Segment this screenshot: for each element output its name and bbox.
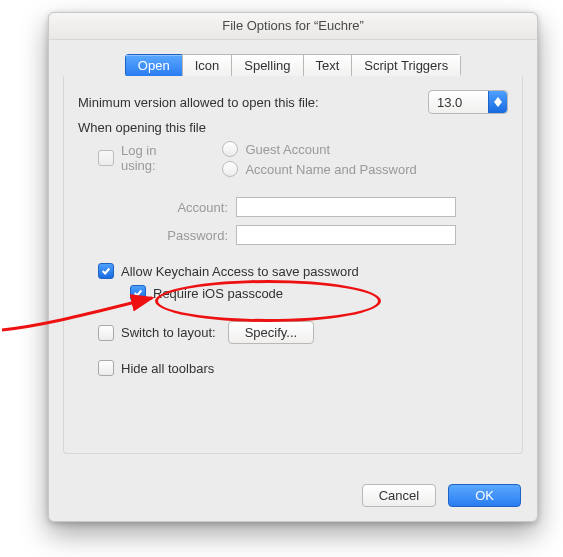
require-ios-passcode-label: Require iOS passcode [153, 286, 283, 301]
tab-text[interactable]: Text [303, 54, 352, 77]
ok-button[interactable]: OK [448, 484, 521, 507]
tab-script-triggers[interactable]: Script Triggers [351, 54, 461, 77]
login-using-checkbox[interactable]: Log in using: [98, 143, 188, 173]
account-field[interactable] [236, 197, 456, 217]
when-opening-label: When opening this file [78, 120, 206, 135]
window-title: File Options for “Euchre” [49, 13, 537, 40]
password-label: Password: [78, 228, 228, 243]
allow-keychain-label: Allow Keychain Access to save password [121, 264, 359, 279]
password-field[interactable] [236, 225, 456, 245]
radio-guest-account: Guest Account [222, 141, 330, 157]
allow-keychain-checkbox[interactable]: Allow Keychain Access to save password [98, 263, 359, 279]
switch-to-layout-label: Switch to layout: [121, 325, 216, 340]
file-options-window: File Options for “Euchre” Open Icon Spel… [48, 12, 538, 522]
tab-icon[interactable]: Icon [182, 54, 232, 77]
tab-open[interactable]: Open [125, 54, 182, 77]
radio-guest-label: Guest Account [245, 142, 330, 157]
svg-marker-1 [494, 102, 502, 107]
cancel-button[interactable]: Cancel [362, 484, 436, 507]
switch-to-layout-checkbox[interactable]: Switch to layout: [98, 325, 216, 341]
tab-spelling[interactable]: Spelling [231, 54, 302, 77]
specify-button[interactable]: Specify... [228, 321, 315, 344]
login-using-label: Log in using: [121, 143, 188, 173]
min-version-label: Minimum version allowed to open this fil… [78, 95, 319, 110]
account-label: Account: [78, 200, 228, 215]
min-version-select[interactable]: 13.0 [428, 90, 508, 114]
hide-toolbars-label: Hide all toolbars [121, 361, 214, 376]
open-panel: Minimum version allowed to open this fil… [63, 76, 523, 454]
tab-bar: Open Icon Spelling Text Script Triggers [63, 54, 523, 77]
radio-account-name-password: Account Name and Password [222, 161, 416, 177]
hide-toolbars-checkbox[interactable]: Hide all toolbars [98, 360, 214, 376]
chevron-up-down-icon [488, 91, 507, 113]
require-ios-passcode-checkbox[interactable]: Require iOS passcode [130, 285, 283, 301]
min-version-value: 13.0 [437, 95, 462, 110]
radio-acct-label: Account Name and Password [245, 162, 416, 177]
